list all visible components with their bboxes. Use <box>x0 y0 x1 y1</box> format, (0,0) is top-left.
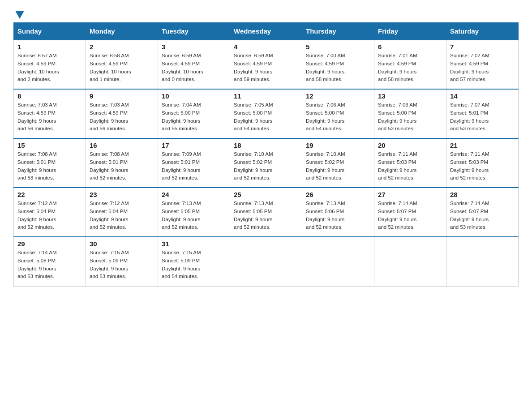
day-number: 19 <box>306 141 370 149</box>
calendar-cell <box>230 237 302 286</box>
day-number: 9 <box>90 92 154 100</box>
day-number: 6 <box>378 43 442 51</box>
day-info: Sunrise: 7:13 AMSunset: 5:05 PMDaylight:… <box>234 200 298 231</box>
day-info: Sunrise: 7:11 AMSunset: 5:03 PMDaylight:… <box>450 150 515 182</box>
day-info: Sunrise: 6:58 AMSunset: 4:59 PMDaylight:… <box>90 52 154 84</box>
calendar-week-row: 15Sunrise: 7:08 AMSunset: 5:01 PMDayligh… <box>14 138 519 188</box>
day-number: 26 <box>306 191 370 198</box>
calendar-cell: 4Sunrise: 6:59 AMSunset: 4:59 PMDaylight… <box>230 40 302 89</box>
calendar-cell: 17Sunrise: 7:09 AMSunset: 5:01 PMDayligh… <box>158 138 230 188</box>
calendar-cell <box>446 237 519 286</box>
day-info: Sunrise: 7:14 AMSunset: 5:07 PMDaylight:… <box>450 200 515 231</box>
calendar-header-monday: Monday <box>86 23 158 40</box>
day-info: Sunrise: 7:06 AMSunset: 5:00 PMDaylight:… <box>378 101 442 133</box>
day-number: 13 <box>378 92 442 100</box>
calendar-cell: 14Sunrise: 7:07 AMSunset: 5:01 PMDayligh… <box>446 89 519 138</box>
day-number: 17 <box>162 141 226 149</box>
calendar-cell: 30Sunrise: 7:15 AMSunset: 5:09 PMDayligh… <box>86 237 158 286</box>
calendar-cell: 3Sunrise: 6:59 AMSunset: 4:59 PMDaylight… <box>158 40 230 89</box>
calendar-cell: 13Sunrise: 7:06 AMSunset: 5:00 PMDayligh… <box>374 89 446 138</box>
calendar-header-sunday: Sunday <box>14 23 86 40</box>
calendar-cell: 26Sunrise: 7:13 AMSunset: 5:06 PMDayligh… <box>302 188 374 237</box>
day-number: 2 <box>90 43 154 51</box>
day-number: 21 <box>450 141 515 149</box>
day-number: 25 <box>234 191 298 198</box>
calendar-cell: 31Sunrise: 7:15 AMSunset: 5:09 PMDayligh… <box>158 237 230 286</box>
calendar-cell: 27Sunrise: 7:14 AMSunset: 5:07 PMDayligh… <box>374 188 446 237</box>
calendar-cell: 9Sunrise: 7:03 AMSunset: 4:59 PMDaylight… <box>86 89 158 138</box>
day-number: 30 <box>90 240 154 248</box>
calendar-table: SundayMondayTuesdayWednesdayThursdayFrid… <box>13 22 519 287</box>
day-info: Sunrise: 7:15 AMSunset: 5:09 PMDaylight:… <box>90 249 154 281</box>
calendar-cell: 24Sunrise: 7:13 AMSunset: 5:05 PMDayligh… <box>158 188 230 237</box>
calendar-week-row: 8Sunrise: 7:03 AMSunset: 4:59 PMDaylight… <box>14 89 519 138</box>
day-info: Sunrise: 6:59 AMSunset: 4:59 PMDaylight:… <box>162 52 226 84</box>
calendar-header-row: SundayMondayTuesdayWednesdayThursdayFrid… <box>14 23 519 40</box>
day-number: 31 <box>162 240 226 248</box>
day-info: Sunrise: 7:10 AMSunset: 5:02 PMDaylight:… <box>306 150 370 182</box>
day-info: Sunrise: 7:00 AMSunset: 4:59 PMDaylight:… <box>306 52 370 84</box>
day-info: Sunrise: 7:03 AMSunset: 4:59 PMDaylight:… <box>90 101 154 133</box>
calendar-cell: 6Sunrise: 7:01 AMSunset: 4:59 PMDaylight… <box>374 40 446 89</box>
day-info: Sunrise: 7:12 AMSunset: 5:04 PMDaylight:… <box>90 200 154 231</box>
calendar-cell: 19Sunrise: 7:10 AMSunset: 5:02 PMDayligh… <box>302 138 374 188</box>
calendar-header-friday: Friday <box>374 23 446 40</box>
day-info: Sunrise: 7:14 AMSunset: 5:08 PMDaylight:… <box>17 249 82 281</box>
day-number: 18 <box>234 141 298 149</box>
day-number: 12 <box>306 92 370 100</box>
day-number: 4 <box>234 43 298 51</box>
calendar-week-row: 1Sunrise: 6:57 AMSunset: 4:59 PMDaylight… <box>14 40 519 89</box>
calendar-cell: 7Sunrise: 7:02 AMSunset: 4:59 PMDaylight… <box>446 40 519 89</box>
day-info: Sunrise: 7:14 AMSunset: 5:07 PMDaylight:… <box>378 200 442 231</box>
calendar-cell: 1Sunrise: 6:57 AMSunset: 4:59 PMDaylight… <box>14 40 86 89</box>
day-number: 27 <box>378 191 442 198</box>
day-info: Sunrise: 7:15 AMSunset: 5:09 PMDaylight:… <box>162 249 226 281</box>
day-info: Sunrise: 7:10 AMSunset: 5:02 PMDaylight:… <box>234 150 298 182</box>
day-info: Sunrise: 7:11 AMSunset: 5:03 PMDaylight:… <box>378 150 442 182</box>
calendar-cell: 28Sunrise: 7:14 AMSunset: 5:07 PMDayligh… <box>446 188 519 237</box>
day-number: 11 <box>234 92 298 100</box>
day-number: 16 <box>90 141 154 149</box>
day-number: 8 <box>17 92 82 100</box>
day-info: Sunrise: 7:09 AMSunset: 5:01 PMDaylight:… <box>162 150 226 182</box>
day-info: Sunrise: 7:07 AMSunset: 5:01 PMDaylight:… <box>450 101 515 133</box>
day-number: 5 <box>306 43 370 51</box>
calendar-cell: 25Sunrise: 7:13 AMSunset: 5:05 PMDayligh… <box>230 188 302 237</box>
day-info: Sunrise: 7:03 AMSunset: 4:59 PMDaylight:… <box>17 101 82 133</box>
calendar-cell: 16Sunrise: 7:08 AMSunset: 5:01 PMDayligh… <box>86 138 158 188</box>
calendar-cell <box>302 237 374 286</box>
calendar-cell: 22Sunrise: 7:12 AMSunset: 5:04 PMDayligh… <box>14 188 86 237</box>
calendar-cell: 12Sunrise: 7:06 AMSunset: 5:00 PMDayligh… <box>302 89 374 138</box>
calendar-cell: 8Sunrise: 7:03 AMSunset: 4:59 PMDaylight… <box>14 89 86 138</box>
calendar-week-row: 29Sunrise: 7:14 AMSunset: 5:08 PMDayligh… <box>14 237 519 286</box>
day-number: 24 <box>162 191 226 198</box>
day-info: Sunrise: 7:04 AMSunset: 5:00 PMDaylight:… <box>162 101 226 133</box>
calendar-cell: 15Sunrise: 7:08 AMSunset: 5:01 PMDayligh… <box>14 138 86 188</box>
day-number: 10 <box>162 92 226 100</box>
day-info: Sunrise: 7:08 AMSunset: 5:01 PMDaylight:… <box>17 150 82 182</box>
day-number: 22 <box>17 191 82 198</box>
calendar-header-wednesday: Wednesday <box>230 23 302 40</box>
logo-triangle-icon <box>15 11 24 19</box>
calendar-cell <box>374 237 446 286</box>
calendar-header-thursday: Thursday <box>302 23 374 40</box>
calendar-week-row: 22Sunrise: 7:12 AMSunset: 5:04 PMDayligh… <box>14 188 519 237</box>
day-number: 7 <box>450 43 515 51</box>
calendar-cell: 2Sunrise: 6:58 AMSunset: 4:59 PMDaylight… <box>86 40 158 89</box>
day-info: Sunrise: 7:02 AMSunset: 4:59 PMDaylight:… <box>450 52 515 84</box>
day-info: Sunrise: 7:13 AMSunset: 5:06 PMDaylight:… <box>306 200 370 231</box>
calendar-header-tuesday: Tuesday <box>158 23 230 40</box>
day-number: 28 <box>450 191 515 198</box>
day-number: 15 <box>17 141 82 149</box>
day-number: 20 <box>378 141 442 149</box>
day-info: Sunrise: 7:12 AMSunset: 5:04 PMDaylight:… <box>17 200 82 231</box>
calendar-header-saturday: Saturday <box>446 23 519 40</box>
day-info: Sunrise: 6:57 AMSunset: 4:59 PMDaylight:… <box>17 52 82 84</box>
calendar-cell: 21Sunrise: 7:11 AMSunset: 5:03 PMDayligh… <box>446 138 519 188</box>
calendar-cell: 23Sunrise: 7:12 AMSunset: 5:04 PMDayligh… <box>86 188 158 237</box>
day-number: 1 <box>17 43 82 51</box>
calendar-cell: 11Sunrise: 7:05 AMSunset: 5:00 PMDayligh… <box>230 89 302 138</box>
day-number: 14 <box>450 92 515 100</box>
day-number: 29 <box>17 240 82 248</box>
calendar-cell: 10Sunrise: 7:04 AMSunset: 5:00 PMDayligh… <box>158 89 230 138</box>
